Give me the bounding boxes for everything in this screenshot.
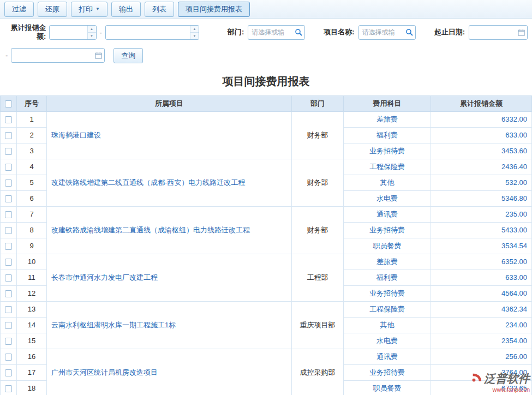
amount-link[interactable]: 256.00: [505, 352, 527, 361]
subject-link[interactable]: 水电费: [376, 194, 398, 202]
amount-cell: 3453.60: [431, 143, 532, 159]
row-checkbox[interactable]: [5, 290, 12, 297]
row-number: 2: [17, 127, 47, 143]
row-checkbox[interactable]: [5, 211, 12, 218]
row-checkbox[interactable]: [5, 179, 12, 187]
subject-cell: 职员餐费: [344, 238, 431, 254]
project-link[interactable]: 改建铁路成渝线增建第二直通线（成渝枢纽）电力线路迁改工程: [51, 226, 250, 234]
subject-link[interactable]: 通讯费: [376, 352, 398, 361]
subject-link[interactable]: 差旅费: [376, 258, 398, 266]
amount-cell: 532.00: [431, 175, 532, 190]
amount-link[interactable]: 3453.60: [501, 147, 527, 155]
spin-down-icon[interactable]: ▼: [190, 32, 199, 39]
row-checkbox[interactable]: [5, 354, 12, 361]
row-checkbox[interactable]: [5, 132, 12, 139]
subject-link[interactable]: 业务招待费: [369, 368, 405, 376]
subject-link[interactable]: 其他: [380, 321, 394, 329]
project-input[interactable]: [359, 28, 403, 36]
row-checkbox[interactable]: [5, 195, 12, 202]
select-all-checkbox[interactable]: [5, 100, 12, 107]
subject-link[interactable]: 工程保险费: [369, 163, 405, 171]
list-button[interactable]: 列表: [145, 2, 174, 17]
project-link[interactable]: 广州市天河区统计局机房改造项目: [51, 368, 158, 376]
subject-link[interactable]: 差旅费: [376, 115, 398, 123]
subject-link[interactable]: 业务招待费: [369, 147, 405, 155]
row-number: 4: [17, 159, 47, 175]
amount-link[interactable]: 2436.40: [501, 163, 527, 171]
subject-cell: 福利费: [344, 270, 431, 285]
department-input[interactable]: [248, 28, 292, 36]
subject-link[interactable]: 福利费: [376, 273, 398, 282]
row-check-cell: [1, 111, 17, 127]
amount-link[interactable]: 4362.34: [501, 305, 527, 313]
subject-link[interactable]: 业务招待费: [369, 289, 405, 297]
amount-link[interactable]: 633.00: [505, 131, 527, 139]
header-amount: 累计报销金额: [431, 95, 532, 111]
amount-cell: 5346.80: [431, 190, 532, 206]
row-checkbox[interactable]: [5, 274, 12, 282]
project-link[interactable]: 珠海鹤港口建设: [51, 131, 101, 139]
row-checkbox[interactable]: [5, 148, 12, 155]
calendar-icon[interactable]: [515, 26, 527, 39]
row-checkbox[interactable]: [5, 243, 12, 250]
subject-link[interactable]: 职员餐费: [373, 242, 402, 250]
row-checkbox[interactable]: [5, 259, 12, 266]
amount-link[interactable]: 5433.00: [501, 226, 527, 234]
amount-link[interactable]: 532.00: [505, 178, 527, 187]
row-checkbox[interactable]: [5, 227, 12, 234]
row-checkbox[interactable]: [5, 385, 12, 392]
spin-up-icon[interactable]: ▲: [88, 26, 96, 32]
amount-link[interactable]: 6352.00: [501, 258, 527, 266]
print-button[interactable]: 打印▼: [71, 2, 107, 17]
subject-cell: 业务招待费: [344, 285, 431, 301]
amount-link[interactable]: 633.00: [505, 273, 527, 282]
project-cell: 云南水利枢纽潜明水库一期工程施工1标: [47, 301, 292, 349]
row-checkbox[interactable]: [5, 116, 12, 123]
amount-link[interactable]: 234.00: [505, 321, 527, 329]
table-row: 7改建铁路成渝线增建第二直通线（成渝枢纽）电力线路迁改工程财务部通讯费235.0…: [1, 206, 532, 222]
row-checkbox[interactable]: [5, 338, 12, 345]
subject-cell: 福利费: [344, 127, 431, 143]
amount-link[interactable]: 6733.65: [501, 384, 527, 392]
date-from-input[interactable]: [469, 28, 515, 36]
row-check-cell: [1, 349, 17, 364]
subject-link[interactable]: 其他: [380, 178, 394, 187]
date-to-input[interactable]: [11, 52, 92, 59]
amount-link[interactable]: 2354.00: [501, 337, 527, 345]
spin-down-icon[interactable]: ▼: [88, 32, 96, 39]
export-button-label: 输出: [119, 4, 133, 14]
amount-link[interactable]: 4564.00: [501, 289, 527, 297]
query-button[interactable]: 查询: [113, 48, 143, 63]
row-checkbox[interactable]: [5, 306, 12, 313]
row-checkbox[interactable]: [5, 369, 12, 376]
amount-link[interactable]: 3534.54: [501, 242, 527, 250]
restore-button[interactable]: 还原: [38, 2, 67, 17]
filter-button[interactable]: 过滤: [4, 2, 34, 17]
amount-link[interactable]: 3764.00: [501, 368, 527, 376]
search-icon[interactable]: [292, 26, 304, 39]
project-link[interactable]: 长春市伊通河水力发电厂改建工程: [51, 273, 158, 282]
subject-link[interactable]: 通讯费: [376, 210, 398, 218]
amount-to-field: ▲ ▼: [105, 25, 199, 40]
amount-to-input[interactable]: [106, 26, 190, 39]
search-icon[interactable]: [403, 26, 415, 39]
project-link[interactable]: 云南水利枢纽潜明水库一期工程施工1标: [51, 321, 176, 329]
subject-link[interactable]: 福利费: [376, 131, 398, 139]
subject-link[interactable]: 业务招待费: [369, 226, 405, 234]
calendar-icon[interactable]: [92, 49, 104, 62]
row-number: 6: [17, 190, 47, 206]
tab-indirect-expense-report[interactable]: 项目间接费用报表: [178, 2, 250, 17]
subject-link[interactable]: 水电费: [376, 337, 398, 345]
row-checkbox[interactable]: [5, 164, 12, 171]
subject-link[interactable]: 工程保险费: [369, 305, 405, 313]
page-title: 项目间接费用报表: [0, 69, 532, 95]
spin-up-icon[interactable]: ▲: [190, 26, 199, 32]
amount-link[interactable]: 235.00: [505, 210, 527, 218]
subject-link[interactable]: 职员餐费: [373, 384, 402, 392]
amount-link[interactable]: 6332.00: [501, 115, 527, 123]
project-link[interactable]: 改建铁路线增建第二线直通线（成都-西安）电力线路迁改工程: [51, 178, 245, 187]
amount-from-input[interactable]: [50, 26, 87, 39]
export-button[interactable]: 输出: [111, 2, 141, 17]
amount-link[interactable]: 5346.80: [501, 194, 527, 202]
row-checkbox[interactable]: [5, 322, 12, 329]
